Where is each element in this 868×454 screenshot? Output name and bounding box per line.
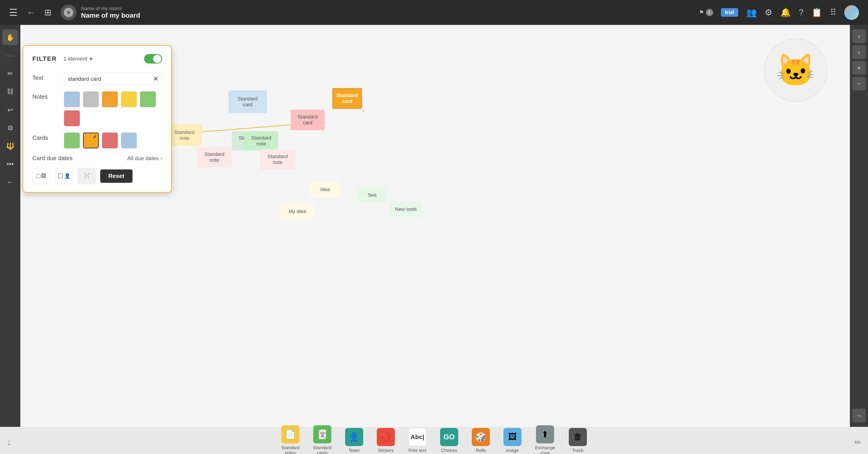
card-icon: □ (37, 172, 40, 180)
back-btn[interactable]: ← (2, 174, 18, 190)
grid-select-btn[interactable]: ⬚⬚⬚⬚ (4, 48, 17, 63)
canvas-note-5[interactable]: Standardnote (244, 131, 278, 150)
card-swatch-green[interactable] (64, 132, 80, 148)
bell-icon[interactable]: 🔔 (780, 7, 791, 18)
card-swatch-orange[interactable]: ✓ (83, 132, 99, 148)
filter-bottom: □ 🖼 ☐ 👤 ⁙ Reset (32, 168, 162, 184)
standard-cards-icon: 🃏 (313, 425, 331, 443)
team-label: Team (348, 448, 360, 453)
canvas-note-2[interactable]: Standardcard (290, 110, 324, 130)
zoom-in-btn[interactable]: + (852, 61, 866, 74)
reset-button[interactable]: Reset (100, 170, 132, 183)
hamburger-icon[interactable]: ☰ (9, 7, 18, 18)
filter-element-count: 1 element (64, 56, 87, 62)
grid-icon[interactable]: ⠿ (830, 7, 836, 18)
rolls-label: Rolls (475, 448, 486, 453)
doc-icon[interactable]: 📋 (811, 7, 822, 18)
user-avatar[interactable] (844, 5, 859, 20)
due-value-selector[interactable]: All due dates › (127, 155, 162, 161)
undo-btn[interactable]: ↩ (2, 102, 18, 118)
trial-badge[interactable]: trial (721, 8, 738, 17)
edit-btn[interactable]: ✏ (855, 438, 861, 447)
cat-avatar: 🐱 (764, 38, 827, 102)
tool-standard-cards[interactable]: 🃏 Standardcards (313, 425, 332, 454)
canvas-card-orange[interactable]: Standardcard (333, 88, 362, 109)
standard-cards-label: Standardcards (313, 445, 332, 454)
chevron-down-icon: ▾ (90, 56, 92, 62)
rolls-icon: 🎲 (472, 428, 490, 446)
stickers-label: Stickers (378, 448, 394, 453)
card-swatch-blue[interactable] (121, 132, 137, 148)
canvas-note-7[interactable]: Standardnote (260, 149, 295, 170)
filter-toggle[interactable] (144, 54, 162, 64)
scroll-down-btn[interactable]: ↓ (7, 437, 11, 447)
cards-color-swatches: ✓ (64, 132, 137, 148)
note-swatch-gray[interactable] (83, 91, 99, 107)
filter-icon-btn-1[interactable]: □ 🖼 (32, 168, 51, 184)
canvas-note-6[interactable]: Standardnote (197, 147, 232, 168)
filter-due-row: Card due dates All due dates › (32, 155, 162, 162)
trash-label: Trash (572, 448, 583, 453)
view-toggle-icon[interactable]: ⊞ (44, 7, 52, 18)
note-swatch-yellow[interactable] (121, 91, 137, 107)
right-top-buttons: › ‹ + − (852, 29, 866, 90)
note-swatch-blue[interactable] (64, 91, 80, 107)
pen-btn[interactable]: ✏ (2, 66, 18, 82)
back-icon[interactable]: ← (27, 8, 35, 18)
right-sidebar: › ‹ + − → (850, 25, 868, 427)
tool-image[interactable]: 🖼 Image (503, 428, 522, 453)
tool-stickers[interactable]: ⭕ Stickers (377, 428, 395, 453)
canvas-note-3[interactable]: Standardnote (167, 124, 202, 146)
room-name: Name of my room! (81, 6, 140, 11)
collapse-right-btn[interactable]: ‹ (852, 45, 866, 59)
navigate-right-btn[interactable]: → (852, 409, 866, 422)
free-text-label: Free text (408, 448, 426, 453)
tool-exchange-zone[interactable]: ⬆ Exchangezone (535, 425, 555, 454)
tool-free-text[interactable]: Abc| Free text (408, 428, 427, 453)
note-swatch-orange[interactable] (102, 91, 118, 107)
canvas-note-myidea[interactable]: My idea (280, 204, 314, 219)
users-icon[interactable]: 👥 (746, 7, 757, 18)
card-swatch-red[interactable] (102, 132, 118, 148)
standard-notes-icon: 📄 (281, 425, 300, 443)
canvas-note-1[interactable]: Standardcard (228, 90, 267, 113)
frames-btn[interactable]: ⧉ (2, 120, 18, 136)
clear-text-btn[interactable]: ✕ (153, 75, 158, 83)
tool-trash[interactable]: 🗑 Trash (569, 428, 587, 453)
chevron-right-icon: › (161, 155, 162, 161)
stickers-icon: ⭕ (377, 428, 395, 446)
filter-text-row: Text standard card ✕ (32, 72, 162, 85)
canvas-note-idea[interactable]: Idea (310, 182, 340, 197)
resize-handle[interactable]: ⤡ (362, 108, 365, 113)
room-text: Name of my room! Name of my board (81, 6, 140, 19)
board-name: Name of my board (81, 11, 140, 19)
exchange-zone-label: Exchangezone (535, 445, 555, 454)
more-btn[interactable]: ••• (2, 156, 18, 172)
due-value: All due dates (127, 155, 159, 161)
settings-icon[interactable]: ⚙ (765, 7, 772, 18)
filter-sidebar-btn[interactable]: 🔱 (2, 138, 18, 154)
trash-icon: 🗑 (569, 428, 587, 446)
select-tool-btn[interactable]: ✋ (2, 29, 18, 45)
link-btn[interactable]: ⛓ (2, 84, 18, 99)
help-icon[interactable]: ? (799, 8, 804, 18)
note-swatch-red[interactable] (64, 111, 80, 126)
exchange-zone-icon: ⬆ (536, 425, 554, 443)
canvas-note-newtools[interactable]: New tools (389, 201, 423, 217)
tool-standard-notes[interactable]: 📄 Standardnotes (281, 425, 300, 454)
filter-icon-btn-2[interactable]: ☐ 👤 (55, 168, 73, 184)
filter-badge[interactable]: ⚑ 1 (699, 9, 713, 16)
tool-choices[interactable]: GO Choices (440, 428, 458, 453)
filter-count-display[interactable]: 1 element ▾ (64, 56, 92, 62)
expand-right-btn[interactable]: › (852, 29, 866, 43)
tool-rolls[interactable]: 🎲 Rolls (472, 428, 490, 453)
note-swatch-green[interactable] (140, 91, 156, 107)
text-input-container[interactable]: standard card ✕ (64, 72, 162, 85)
canvas-note-test[interactable]: Test (357, 188, 387, 203)
cards-label: Cards (32, 132, 60, 141)
filter-title: FILTER (32, 55, 57, 62)
filter-notes-row: Notes (32, 91, 162, 126)
zoom-out-btn[interactable]: − (852, 77, 866, 90)
filter-icon-btn-3[interactable]: ⁙ (78, 168, 96, 184)
tool-team[interactable]: 👤 Team (345, 428, 363, 453)
